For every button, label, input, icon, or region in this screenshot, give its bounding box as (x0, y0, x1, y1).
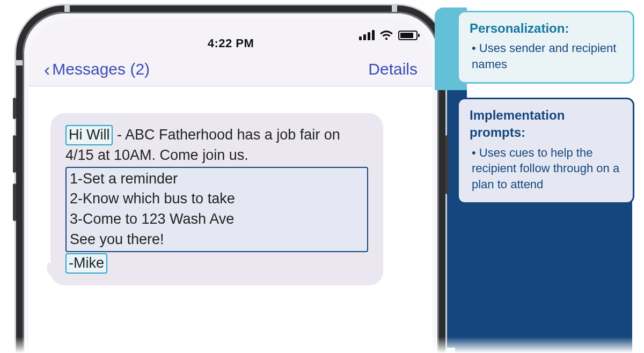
callout-title: Implementation prompts: (470, 107, 622, 142)
conversation-area: Hi Will - ABC Fatherhood has a job fair … (29, 86, 433, 312)
incoming-message-bubble: Hi Will - ABC Fatherhood has a job fair … (50, 113, 383, 285)
messages-nav-bar: ‹ Messages (2) Details (29, 54, 433, 86)
highlight-personalization-greeting: Hi Will (65, 125, 113, 145)
callout-personalization: Personalization: Uses sender and recipie… (457, 11, 634, 84)
antenna-band (64, 5, 70, 12)
annotation-callouts: Personalization: Uses sender and recipie… (457, 11, 634, 218)
phone-power-button (445, 135, 449, 194)
status-time: 4:22 PM (208, 36, 254, 50)
antenna-band (392, 5, 397, 12)
callout-bullet: Uses cues to help the recipient follow t… (472, 145, 622, 193)
antenna-band (16, 60, 23, 65)
cell-signal-icon (359, 30, 375, 40)
phone-volume-down (13, 183, 16, 221)
battery-level (400, 33, 413, 38)
phone-frame: 4:22 PM ‹ Messages (2) (16, 5, 445, 353)
callout-implementation: Implementation prompts: Uses cues to hel… (457, 98, 634, 204)
bubble-tail (45, 262, 62, 280)
callout-title: Personalization: (470, 20, 622, 37)
phone-volume-up (13, 135, 16, 173)
status-bar: 4:22 PM (29, 18, 433, 54)
highlight-personalization-signature: -Mike (65, 253, 107, 274)
phone-screen: 4:22 PM ‹ Messages (2) (29, 18, 433, 353)
highlight-implementation-steps: 1-Set a reminder 2-Know which bus to tak… (65, 167, 368, 252)
callout-bullet: Uses sender and recipient names (472, 40, 622, 72)
back-to-messages-button[interactable]: ‹ Messages (2) (44, 60, 150, 78)
status-indicators (359, 30, 418, 40)
back-label: Messages (2) (52, 60, 150, 78)
phone-mockup: 4:22 PM ‹ Messages (2) (16, 5, 445, 353)
bottom-fade-mask (0, 337, 644, 353)
chevron-left-icon: ‹ (44, 60, 50, 78)
battery-icon (398, 31, 418, 40)
details-link[interactable]: Details (368, 60, 418, 78)
wifi-icon (380, 31, 393, 40)
phone-mute-switch (13, 98, 16, 119)
